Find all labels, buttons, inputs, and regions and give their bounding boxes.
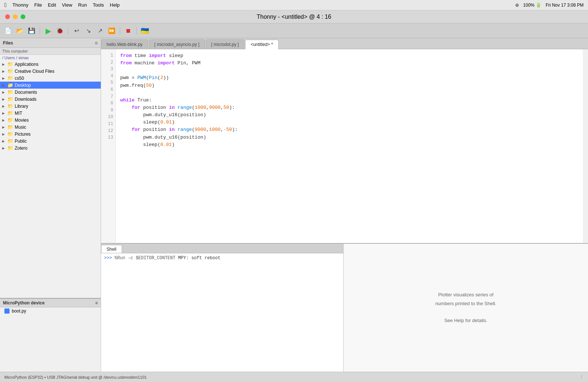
folder-label: Movies xyxy=(15,118,29,123)
run-button[interactable]: ▶ xyxy=(43,26,53,36)
device-panel-menu[interactable]: ≡ xyxy=(95,300,98,306)
folder-label: cs50 xyxy=(15,76,24,81)
plotter-panel: Plotter visualizes series of numbers pri… xyxy=(344,244,588,372)
micropython-device-panel: MicroPython device ≡ boot.py xyxy=(0,298,101,372)
app-menu-file[interactable]: File xyxy=(34,2,42,8)
micropython-device-header: MicroPython device ≡ xyxy=(0,299,101,307)
expand-arrow-icon: ▶ xyxy=(2,111,6,115)
shell-tab[interactable]: Shell xyxy=(101,245,122,253)
files-panel-title: Files xyxy=(3,40,13,46)
apple-menu[interactable]:  xyxy=(4,2,7,8)
folder-label: Desktop xyxy=(15,83,31,88)
close-button[interactable] xyxy=(5,14,10,19)
separator3 xyxy=(120,27,120,35)
folder-label: Documents xyxy=(15,90,37,95)
files-panel-menu[interactable]: ≡ xyxy=(95,40,98,46)
line-numbers: 12345678910111213 xyxy=(101,49,116,243)
editor-container[interactable]: 12345678910111213 from time import sleep… xyxy=(101,49,588,243)
this-computer-header[interactable]: This computer xyxy=(0,48,101,55)
open-file-button[interactable]: 📂 xyxy=(15,26,25,36)
plotter-line2: numbers printed to the Shell. xyxy=(435,301,496,306)
folder-label: Applications xyxy=(15,62,39,67)
app-menu-help[interactable]: Help xyxy=(110,2,120,8)
plotter-line4: See Help for details. xyxy=(444,318,487,323)
folder-icon: 📁 xyxy=(7,138,13,144)
app-menu-run[interactable]: Run xyxy=(78,2,87,8)
stop-button[interactable]: ⏹ xyxy=(123,26,133,36)
shell-tab-bar: Shell xyxy=(101,244,343,253)
menubar-time: Fri Nov 17 3:08 PM xyxy=(546,3,584,8)
folder-label: Library xyxy=(15,104,28,109)
ukraine-flag-button[interactable]: 🇺🇦 xyxy=(140,26,150,36)
folder-mit[interactable]: ▶ 📁 MIT xyxy=(0,110,101,117)
folder-applications[interactable]: ▶ 📁 Applications xyxy=(0,61,101,68)
step-out-button[interactable]: ↗ xyxy=(95,26,105,36)
step-into-button[interactable]: ↘ xyxy=(83,26,93,36)
expand-arrow-icon: ▶ xyxy=(2,63,6,66)
app-menu-thonny[interactable]: Thonny xyxy=(12,2,28,8)
menubar-wifi-icon[interactable]: ⊜ xyxy=(515,3,519,8)
window-title: Thonny - <untitled> @ 4 : 16 xyxy=(257,14,331,20)
tab-microdot-asyncio[interactable]: [ microdot_asyncio.py ] xyxy=(149,39,205,49)
folder-creative-cloud[interactable]: ▶ 📁 Creative Cloud Files xyxy=(0,68,101,75)
folder-cs50[interactable]: ▶ 📁 cs50 xyxy=(0,75,101,82)
expand-arrow-icon: ▶ xyxy=(2,139,6,143)
device-file-boot[interactable]: boot.py xyxy=(0,307,101,315)
files-panel-header: Files ≡ xyxy=(0,38,101,48)
separator xyxy=(40,27,40,35)
folder-icon: 📁 xyxy=(7,96,13,102)
debug-button[interactable]: 🐞 xyxy=(55,26,65,36)
folder-desktop[interactable]: ▶ 📁 Desktop xyxy=(0,82,101,89)
folder-pictures[interactable]: ▶ 📁 Pictures xyxy=(0,131,101,138)
folder-label: Pictures xyxy=(15,132,31,137)
editor-panel: hello.Web-blink.py [ microdot_asyncio.py… xyxy=(101,38,588,243)
expand-arrow-icon: ▶ xyxy=(2,132,6,136)
status-text: MicroPython (ESP32) • USB JTAG/serial de… xyxy=(4,375,147,379)
step-over-button[interactable]: ↩ xyxy=(71,26,82,36)
app-menu-view[interactable]: View xyxy=(62,2,72,8)
folder-zotero[interactable]: ▶ 📁 Zotero xyxy=(0,144,101,151)
folder-music[interactable]: ▶ 📁 Music xyxy=(0,124,101,131)
folder-library[interactable]: ▶ 📁 Library xyxy=(0,103,101,110)
plotter-line1: Plotter visualizes series of xyxy=(438,292,493,297)
shell-command: %Run -c $EDITOR_CONTENT xyxy=(112,256,176,261)
app-menu-edit[interactable]: Edit xyxy=(48,2,56,8)
tab-hello-web-blink[interactable]: hello.Web-blink.py xyxy=(101,39,148,49)
shell-content[interactable]: >>> %Run -c $EDITOR_CONTENT MPY: soft re… xyxy=(101,253,343,372)
folder-icon: 📁 xyxy=(7,68,13,74)
menubar-battery: 100% 🔋 xyxy=(523,3,541,8)
folder-icon: 📁 xyxy=(7,61,13,67)
folder-icon: 📁 xyxy=(7,117,13,123)
minimize-button[interactable] xyxy=(13,14,18,19)
folder-label: MIT xyxy=(15,111,22,116)
folder-icon: 📁 xyxy=(7,145,13,151)
folder-label: Music xyxy=(15,125,26,130)
separator2 xyxy=(68,27,68,35)
tab-microdot[interactable]: [ microdot.py ] xyxy=(206,39,244,49)
folder-label: Creative Cloud Files xyxy=(15,69,54,74)
tab-untitled[interactable]: <untitled> * xyxy=(245,40,279,49)
folder-documents[interactable]: ▶ 📁 Documents xyxy=(0,89,101,96)
folder-movies[interactable]: ▶ 📁 Movies xyxy=(0,117,101,124)
new-file-button[interactable]: 📄 xyxy=(3,26,13,36)
main-layout: Files ≡ This computer / Users / simac ▶ … xyxy=(0,38,588,372)
folder-label: Public xyxy=(15,139,27,144)
save-file-button[interactable]: 💾 xyxy=(26,26,37,36)
folder-icon: 📁 xyxy=(7,131,13,137)
shell-prompt: >>> xyxy=(104,256,112,261)
app-menu-tools[interactable]: Tools xyxy=(93,2,104,8)
folder-downloads[interactable]: ▶ 📁 Downloads xyxy=(0,96,101,103)
folder-icon: 📁 xyxy=(7,82,13,88)
status-expand-icon[interactable]: ⋮ xyxy=(580,375,584,379)
folder-icon: 📁 xyxy=(7,75,13,81)
micropython-icon xyxy=(4,308,10,314)
expand-arrow-icon: ▶ xyxy=(2,125,6,129)
files-tree: This computer / Users / simac ▶ 📁 Applic… xyxy=(0,48,101,298)
code-editor[interactable]: from time import sleep from machine impo… xyxy=(116,49,583,243)
expand-arrow-icon: ▶ xyxy=(2,104,6,108)
maximize-button[interactable] xyxy=(21,14,25,19)
status-bar: MicroPython (ESP32) • USB JTAG/serial de… xyxy=(0,372,588,382)
folder-public[interactable]: ▶ 📁 Public xyxy=(0,138,101,144)
editor-scrollbar[interactable] xyxy=(583,49,588,243)
resume-button[interactable]: ⏩ xyxy=(107,26,117,36)
